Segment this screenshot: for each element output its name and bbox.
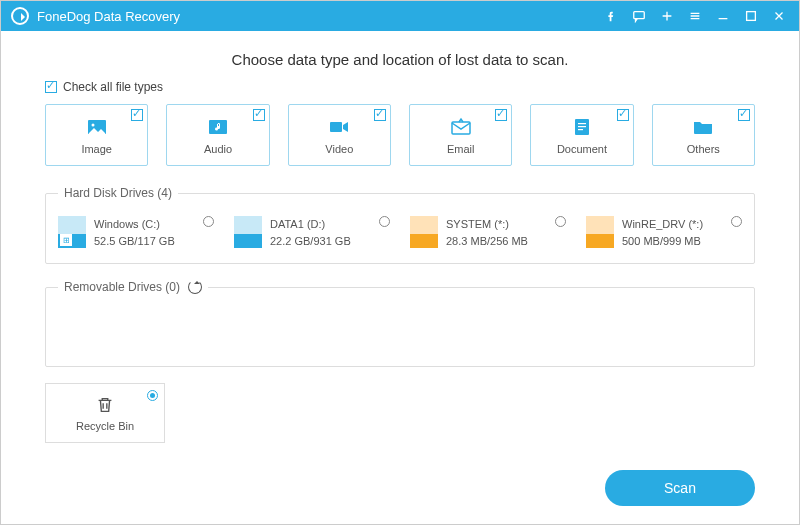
- drive-text: SYSTEM (*:)28.3 MB/256 MB: [446, 216, 528, 249]
- trash-icon: [94, 394, 116, 416]
- drive-radio-icon: [555, 216, 566, 227]
- file-type-grid: Image Audio Video Email: [45, 104, 755, 166]
- maximize-button[interactable]: [737, 1, 765, 31]
- folder-icon: [691, 115, 715, 139]
- drive-radio-icon: [379, 216, 390, 227]
- app-logo-icon: [11, 7, 29, 25]
- drive-size: 28.3 MB/256 MB: [446, 233, 528, 250]
- scan-button[interactable]: Scan: [605, 470, 755, 506]
- type-card-image[interactable]: Image: [45, 104, 148, 166]
- titlebar: FoneDog Data Recovery: [1, 1, 799, 31]
- drive-icon: [410, 216, 438, 248]
- check-all-file-types[interactable]: Check all file types: [45, 80, 755, 94]
- app-title: FoneDog Data Recovery: [37, 9, 180, 24]
- svg-rect-6: [452, 122, 470, 134]
- recycle-radio-icon: [147, 390, 158, 401]
- type-card-others[interactable]: Others: [652, 104, 755, 166]
- drive-radio-icon: [203, 216, 214, 227]
- type-label: Email: [447, 143, 475, 155]
- drive-text: WinRE_DRV (*:)500 MB/999 MB: [622, 216, 703, 249]
- type-check-icon: [617, 109, 629, 121]
- removable-legend: Removable Drives (0): [64, 280, 180, 294]
- document-icon: [570, 115, 594, 139]
- svg-rect-9: [578, 126, 586, 127]
- type-check-icon: [738, 109, 750, 121]
- menu-button[interactable]: [681, 1, 709, 31]
- type-check-icon: [131, 109, 143, 121]
- svg-rect-8: [578, 123, 586, 124]
- page-heading: Choose data type and location of lost da…: [45, 51, 755, 68]
- type-card-email[interactable]: Email: [409, 104, 512, 166]
- removable-empty-area: [58, 304, 742, 352]
- drive-item[interactable]: DATA1 (D:)22.2 GB/931 GB: [234, 216, 390, 249]
- email-icon: [449, 115, 473, 139]
- svg-rect-1: [747, 12, 756, 21]
- type-label: Others: [687, 143, 720, 155]
- hdd-legend: Hard Disk Drives (4): [58, 186, 178, 200]
- drive-icon: ⊞: [58, 216, 86, 248]
- svg-rect-5: [330, 122, 342, 132]
- type-label: Image: [81, 143, 112, 155]
- feedback-button[interactable]: [625, 1, 653, 31]
- close-button[interactable]: [765, 1, 793, 31]
- drive-name: Windows (C:): [94, 216, 175, 233]
- type-check-icon: [495, 109, 507, 121]
- type-label: Audio: [204, 143, 232, 155]
- drive-radio-icon: [731, 216, 742, 227]
- type-label: Document: [557, 143, 607, 155]
- video-icon: [327, 115, 351, 139]
- svg-rect-0: [634, 12, 645, 19]
- recycle-label: Recycle Bin: [76, 420, 134, 432]
- drive-name: WinRE_DRV (*:): [622, 216, 703, 233]
- drive-name: SYSTEM (*:): [446, 216, 528, 233]
- drive-name: DATA1 (D:): [270, 216, 351, 233]
- drive-item[interactable]: WinRE_DRV (*:)500 MB/999 MB: [586, 216, 742, 249]
- type-card-audio[interactable]: Audio: [166, 104, 269, 166]
- type-label: Video: [325, 143, 353, 155]
- svg-point-3: [91, 124, 94, 127]
- audio-icon: [206, 115, 230, 139]
- drive-icon: [234, 216, 262, 248]
- drive-size: 52.5 GB/117 GB: [94, 233, 175, 250]
- type-card-video[interactable]: Video: [288, 104, 391, 166]
- add-button[interactable]: [653, 1, 681, 31]
- recycle-bin-card[interactable]: Recycle Bin: [45, 383, 165, 443]
- type-check-icon: [374, 109, 386, 121]
- image-icon: [85, 115, 109, 139]
- windows-badge-icon: ⊞: [60, 234, 72, 246]
- minimize-button[interactable]: [709, 1, 737, 31]
- share-fb-button[interactable]: [597, 1, 625, 31]
- hard-disk-drives-group: Hard Disk Drives (4) ⊞Windows (C:)52.5 G…: [45, 186, 755, 264]
- refresh-icon[interactable]: [188, 280, 202, 294]
- check-all-checkbox-icon: [45, 81, 57, 93]
- svg-rect-10: [578, 129, 583, 130]
- type-check-icon: [253, 109, 265, 121]
- check-all-label: Check all file types: [63, 80, 163, 94]
- type-card-document[interactable]: Document: [530, 104, 633, 166]
- drive-size: 500 MB/999 MB: [622, 233, 703, 250]
- removable-drives-group: Removable Drives (0): [45, 280, 755, 367]
- drive-item[interactable]: SYSTEM (*:)28.3 MB/256 MB: [410, 216, 566, 249]
- drive-icon: [586, 216, 614, 248]
- drive-size: 22.2 GB/931 GB: [270, 233, 351, 250]
- drive-text: DATA1 (D:)22.2 GB/931 GB: [270, 216, 351, 249]
- drive-item[interactable]: ⊞Windows (C:)52.5 GB/117 GB: [58, 216, 214, 249]
- drive-text: Windows (C:)52.5 GB/117 GB: [94, 216, 175, 249]
